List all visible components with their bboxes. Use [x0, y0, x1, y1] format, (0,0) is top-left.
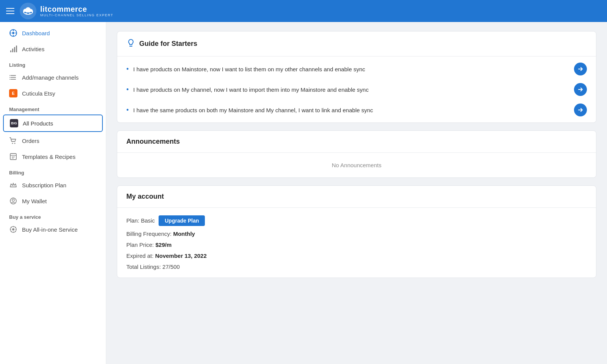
svg-point-34 [12, 199, 14, 201]
section-billing: Billing [0, 165, 106, 177]
svg-rect-20 [16, 46, 17, 52]
svg-rect-17 [10, 50, 11, 52]
logo: litcommerce MULTI-CHANNEL SELLING EXPERT [20, 3, 113, 19]
sidebar-item-orders[interactable]: Orders [0, 133, 106, 149]
subscription-plan-label: Subscription Plan [22, 182, 66, 188]
guide-item-3-text: I have the same products on both my Main… [133, 107, 373, 113]
listings-label: Total Listings: [126, 264, 161, 270]
templates-icon [9, 152, 17, 161]
cart-icon [9, 136, 17, 145]
guide-list: I have products on Mainstore, now I want… [117, 56, 596, 122]
my-account-body: Plan: Basic Upgrade Plan Billing Frequen… [117, 208, 596, 278]
add-manage-channels-label: Add/manage channels [22, 74, 79, 81]
svg-point-27 [12, 143, 13, 144]
announcements-card: Announcements No Announcements [117, 130, 596, 178]
templates-recipes-label: Templates & Recipes [22, 154, 75, 160]
account-plan-row: Plan: Basic Upgrade Plan [126, 215, 587, 226]
guide-arrow-btn-2[interactable] [574, 83, 587, 96]
section-buy-service: Buy a service [0, 209, 106, 221]
list-icon [9, 73, 17, 82]
wallet-icon [9, 197, 17, 205]
sidebar-item-templates-recipes[interactable]: Templates & Recipes [0, 149, 106, 165]
price-value: $29/m [156, 242, 172, 248]
guide-header: Guide for Starters [117, 31, 596, 56]
activities-icon [9, 45, 17, 53]
guide-item-1-text: I have products on Mainstore, now I want… [133, 66, 365, 72]
app-header: litcommerce MULTI-CHANNEL SELLING EXPERT [0, 0, 607, 22]
svg-rect-29 [10, 154, 16, 160]
guide-item-2: I have products on My channel, now I wan… [126, 83, 587, 96]
sidebar-item-cuticula-etsy[interactable]: E Cuticula Etsy [0, 85, 106, 101]
svg-rect-18 [12, 49, 13, 52]
guide-item-3: I have the same products on both my Main… [126, 104, 587, 116]
sidebar-item-add-manage-channels[interactable]: Add/manage channels [0, 69, 106, 85]
bigc-icon: BIG [10, 119, 18, 127]
brand-name: litcommerce [40, 5, 113, 13]
guide-arrow-btn-3[interactable] [574, 104, 587, 116]
logo-icon [20, 3, 36, 19]
svg-point-28 [14, 143, 16, 144]
section-listing: Listing [0, 57, 106, 69]
upgrade-plan-button[interactable]: Upgrade Plan [159, 215, 205, 226]
orders-label: Orders [22, 138, 39, 144]
account-price-row: Plan Price: $29/m [126, 242, 587, 248]
price-label: Plan Price: [126, 242, 154, 248]
guide-for-starters-card: Guide for Starters I have products on Ma… [117, 31, 596, 123]
service-icon [9, 225, 17, 234]
my-wallet-label: My Wallet [22, 198, 47, 204]
listings-value: 27/500 [162, 264, 180, 270]
sidebar-item-buy-all-in-one-service[interactable]: Buy All-in-one Service [0, 221, 106, 237]
guide-item-1: I have products on Mainstore, now I want… [126, 63, 587, 75]
announcements-body: No Announcements [117, 153, 596, 177]
hamburger-menu[interactable] [6, 8, 14, 14]
plan-label: Plan: [126, 217, 139, 224]
announcements-title: Announcements [126, 138, 180, 146]
main-content: Guide for Starters I have products on Ma… [106, 22, 607, 364]
svg-point-36 [12, 228, 14, 231]
account-expired-row: Expired at: November 13, 2022 [126, 253, 587, 259]
plan-value: Basic [141, 217, 155, 224]
billing-label: Billing Frequency: [126, 231, 171, 237]
account-listings-row: Total Listings: 27/500 [126, 264, 587, 270]
guide-item-2-text: I have products on My channel, now I wan… [133, 86, 368, 93]
lightbulb-icon [126, 38, 135, 49]
dashboard-label: Dashboard [22, 30, 50, 36]
account-billing-row: Billing Frequency: Monthly [126, 231, 587, 237]
brand-tagline: MULTI-CHANNEL SELLING EXPERT [40, 13, 113, 17]
announcements-header: Announcements [117, 131, 596, 153]
cuticula-etsy-label: Cuticula Etsy [22, 90, 55, 97]
sidebar-item-subscription-plan[interactable]: Subscription Plan [0, 177, 106, 193]
sidebar-item-dashboard[interactable]: Dashboard [0, 25, 106, 41]
sidebar-item-all-products[interactable]: BIG All Products [3, 115, 103, 132]
no-announcements-text: No Announcements [332, 162, 382, 168]
dashboard-icon [9, 29, 17, 37]
crown-icon [9, 181, 17, 189]
expired-label: Expired at: [126, 253, 154, 259]
expired-value: November 13, 2022 [155, 253, 207, 259]
logo-text: litcommerce MULTI-CHANNEL SELLING EXPERT [40, 5, 113, 17]
billing-value: Monthly [173, 231, 195, 237]
buy-all-in-one-service-label: Buy All-in-one Service [22, 226, 78, 233]
sidebar: Dashboard Activities Listing [0, 22, 106, 364]
section-management: Management [0, 101, 106, 114]
etsy-icon: E [9, 89, 17, 97]
all-products-label: All Products [23, 120, 53, 127]
sidebar-item-activities[interactable]: Activities [0, 41, 106, 57]
activities-label: Activities [22, 46, 44, 52]
my-account-header: My account [117, 186, 596, 208]
my-account-title: My account [126, 193, 164, 201]
guide-title: Guide for Starters [139, 40, 197, 48]
svg-rect-19 [14, 47, 15, 52]
guide-arrow-btn-1[interactable] [574, 63, 587, 75]
svg-point-12 [12, 32, 14, 34]
sidebar-item-my-wallet[interactable]: My Wallet [0, 193, 106, 209]
my-account-card: My account Plan: Basic Upgrade Plan Bill… [117, 185, 596, 278]
